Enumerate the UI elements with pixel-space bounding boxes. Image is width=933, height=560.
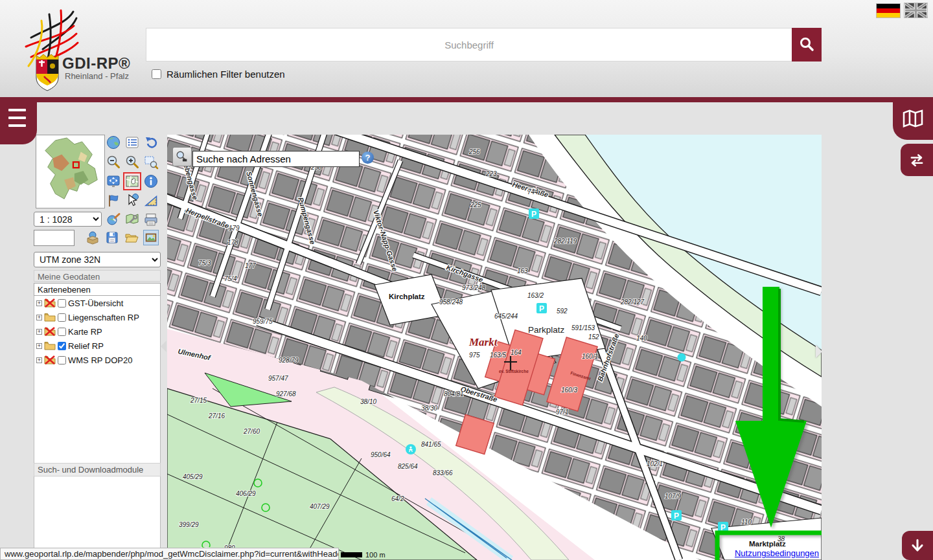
- svg-text:38/10: 38/10: [360, 398, 376, 405]
- layer-label[interactable]: Karte RP: [68, 327, 102, 337]
- svg-text:75/4: 75/4: [224, 275, 237, 282]
- overview-map[interactable]: [36, 135, 105, 208]
- folder-icon: [44, 341, 56, 350]
- map-expand-arrow[interactable]: [816, 345, 822, 358]
- svg-text:825/64: 825/64: [398, 463, 418, 470]
- layer-checkbox[interactable]: [58, 313, 66, 322]
- sidebar-collapse-arrow[interactable]: [161, 341, 167, 352]
- address-search-input[interactable]: [192, 151, 360, 167]
- map-viewport[interactable]: PPPP HeerstraßeHerpellstraßeSonnengasseP…: [167, 135, 822, 560]
- german-flag-icon[interactable]: [876, 3, 901, 18]
- folder-icon: [44, 313, 56, 322]
- print-icon[interactable]: [143, 212, 159, 227]
- projection-select[interactable]: UTM zone 32N: [34, 252, 161, 267]
- svg-text:152: 152: [588, 333, 599, 341]
- svg-text:833/66: 833/66: [433, 469, 453, 476]
- touch-map-tool-icon[interactable]: [124, 174, 140, 189]
- terms-of-use-link[interactable]: Nutzungsbedingungen: [723, 548, 822, 558]
- select-feature-icon[interactable]: [124, 193, 140, 208]
- scalebar-bar: [341, 552, 362, 557]
- measure-icon[interactable]: [143, 193, 159, 208]
- history-back-icon[interactable]: [143, 135, 159, 150]
- layer-label[interactable]: Liegenschaften RP: [68, 313, 139, 322]
- scalebar-label: 100 m: [365, 551, 386, 559]
- search-download-header[interactable]: Such- und Downloadmodule: [34, 463, 161, 476]
- svg-text:957/47: 957/47: [268, 375, 288, 382]
- expand-icon[interactable]: [36, 343, 42, 349]
- svg-text:282/119: 282/119: [553, 238, 577, 245]
- info-icon[interactable]: [143, 174, 159, 189]
- svg-text:973/248: 973/248: [462, 284, 486, 291]
- legend-icon[interactable]: [124, 135, 140, 150]
- pan-icon[interactable]: [106, 174, 121, 189]
- expand-icon[interactable]: [36, 357, 42, 363]
- svg-text:804/81: 804/81: [444, 390, 464, 398]
- scroll-down-button[interactable]: [902, 531, 933, 560]
- search-button[interactable]: [792, 28, 822, 62]
- scale-select[interactable]: 1 : 1028: [34, 212, 102, 227]
- layer-checkbox[interactable]: [58, 299, 66, 308]
- svg-text:164: 164: [511, 349, 522, 356]
- map-view-button[interactable]: [893, 97, 933, 140]
- expand-icon[interactable]: [36, 329, 42, 335]
- image-export-icon[interactable]: [143, 230, 159, 245]
- redlining-icon[interactable]: [106, 212, 121, 227]
- address-search-toggle[interactable]: [172, 147, 192, 166]
- base-map: PPPP HeerstraßeHerpellstraßeSonnengasseP…: [167, 135, 822, 560]
- svg-text:950/64: 950/64: [371, 451, 391, 458]
- map-tools-icon[interactable]: [124, 212, 140, 227]
- layer-checkbox[interactable]: [58, 342, 66, 350]
- spatial-filter-checkbox[interactable]: [152, 69, 161, 79]
- my-geodata-header[interactable]: Meine Geodaten: [34, 270, 161, 282]
- svg-text:958/248: 958/248: [439, 298, 463, 306]
- swap-layers-button[interactable]: [901, 144, 933, 176]
- main-menu-button[interactable]: [0, 97, 37, 144]
- poi-cyan-marker: [678, 353, 686, 362]
- svg-text:P: P: [674, 511, 679, 521]
- layer-checkbox[interactable]: [58, 328, 66, 336]
- load-wms-box-icon[interactable]: [85, 230, 100, 245]
- zoom-out-icon[interactable]: [106, 154, 121, 170]
- layer-label[interactable]: GST-Übersicht: [68, 298, 123, 308]
- svg-text:225: 225: [470, 201, 481, 208]
- layer-label[interactable]: Relief RP: [68, 341, 104, 351]
- expand-icon[interactable]: [36, 315, 42, 320]
- svg-text:178: 178: [227, 239, 238, 246]
- british-flag-icon[interactable]: [904, 3, 928, 18]
- layer-tree: GST-Übersicht Liegenschaften RP Karte RP…: [34, 296, 161, 560]
- zoom-rectangle-icon[interactable]: [143, 154, 159, 170]
- svg-text:282/127: 282/127: [620, 298, 645, 306]
- svg-text:38: 38: [778, 535, 785, 543]
- svg-text:927/68: 927/68: [276, 390, 296, 398]
- svg-text:107/9: 107/9: [665, 493, 681, 500]
- search-input[interactable]: [146, 28, 792, 62]
- svg-text:399/29: 399/29: [179, 521, 199, 528]
- layer-row: WMS RP DOP20: [34, 353, 160, 367]
- help-icon[interactable]: ?: [362, 151, 374, 164]
- zoom-in-icon[interactable]: [124, 154, 140, 170]
- globe-icon[interactable]: [106, 135, 121, 150]
- open-folder-icon[interactable]: [124, 230, 139, 245]
- gdi-rp-logo: GDI-RP® Rheinland - Pfalz: [12, 4, 141, 93]
- svg-text:928/79: 928/79: [279, 357, 299, 364]
- layer-checkbox[interactable]: [58, 356, 66, 364]
- folder-icon: [44, 355, 56, 364]
- map-layers-header[interactable]: Kartenebenen: [34, 283, 161, 296]
- svg-text:179: 179: [229, 225, 240, 232]
- layer-row: Karte RP: [34, 324, 160, 339]
- coordinate-input[interactable]: [34, 230, 75, 246]
- save-icon[interactable]: [104, 230, 120, 245]
- flag-marker-icon[interactable]: [106, 193, 121, 208]
- svg-text:163: 163: [517, 267, 528, 274]
- sidebar: 1 : 1028 UTM zone 32N Meine Geodaten Kar…: [0, 102, 167, 560]
- svg-text:140: 140: [636, 335, 647, 342]
- svg-text:Kirchplatz: Kirchplatz: [389, 293, 425, 300]
- layer-label[interactable]: WMS RP DOP20: [68, 355, 132, 365]
- coat-of-arms-icon: [36, 54, 58, 91]
- svg-text:645/244: 645/244: [494, 313, 518, 320]
- spatial-filter-label: Räumlichen Filter benutzen: [167, 69, 285, 80]
- spatial-filter-row: Räumlichen Filter benutzen: [152, 69, 285, 80]
- down-arrow-icon: [909, 537, 926, 554]
- expand-icon[interactable]: [36, 300, 42, 306]
- svg-text:256: 256: [468, 148, 480, 155]
